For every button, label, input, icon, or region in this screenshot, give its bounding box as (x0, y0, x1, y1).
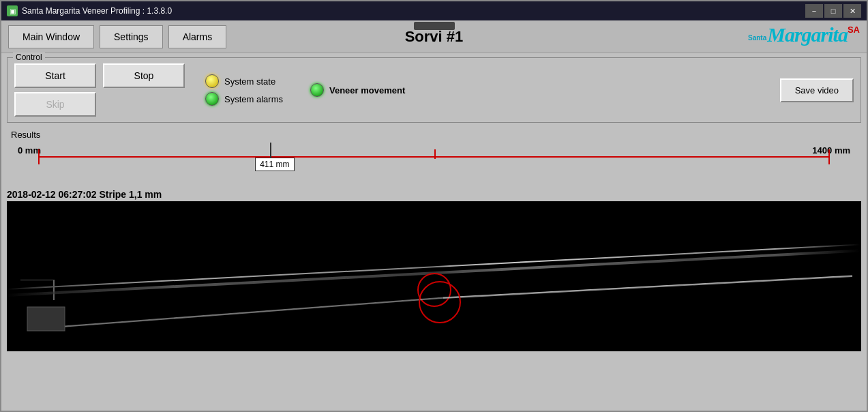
svg-line-1 (443, 276, 852, 298)
ruler-tick-mid (434, 149, 436, 159)
results-section: Results 0 mm 1400 mm 411 mm (7, 127, 861, 186)
stop-button[interactable]: Stop (103, 63, 185, 88)
menu-bar: Main Window Settings Alarms Sorvi #1 San… (1, 20, 867, 53)
status-group: System state System alarms (205, 74, 283, 106)
main-window-button[interactable]: Main Window (8, 25, 94, 48)
sorvi-title: Sorvi #1 (405, 28, 464, 46)
alarms-button[interactable]: Alarms (168, 25, 227, 48)
save-video-button[interactable]: Save video (780, 78, 854, 102)
svg-line-2 (55, 297, 443, 327)
image-info: 2018-02-12 06:27:02 Stripe 1,1 mm (7, 189, 861, 200)
settings-button[interactable]: Settings (100, 25, 163, 48)
system-state-label: System state (224, 76, 275, 87)
veneer-movement-item: Veneer movement (310, 83, 405, 97)
results-label: Results (11, 130, 857, 140)
system-alarms-item: System alarms (205, 92, 283, 106)
marker-line (270, 143, 271, 159)
svg-line-0 (55, 298, 443, 327)
svg-rect-4 (27, 307, 65, 331)
system-alarms-led (205, 92, 219, 106)
veneer-movement-led (310, 83, 324, 97)
minimize-button[interactable]: − (805, 4, 823, 18)
control-row: Start Skip Stop System state System alar… (14, 63, 854, 117)
system-state-item: System state (205, 74, 283, 88)
start-button[interactable]: Start (14, 63, 96, 88)
veneer-svg (7, 201, 861, 351)
ruler-right-label: 1400 mm (812, 145, 850, 156)
system-state-led (205, 74, 219, 88)
title-bar-text: Santa Margarita Veneer Profiling : 1.3.8… (22, 6, 805, 16)
ruler-left-label: 0 mm (18, 145, 41, 156)
control-section: Control Start Skip Stop System state Sys… (7, 57, 861, 123)
skip-button[interactable]: Skip (14, 92, 96, 117)
logo-main: Margarita (767, 23, 848, 46)
logo: Santa Margarita SA (748, 23, 860, 50)
veneer-movement-label: Veneer movement (329, 85, 405, 95)
svg-point-5 (419, 282, 460, 323)
maximize-button[interactable]: □ (824, 4, 842, 18)
control-section-label: Control (13, 53, 45, 62)
system-alarms-label: System alarms (224, 94, 283, 104)
ruler-tick-left (38, 149, 40, 164)
title-bar: ▣ Santa Margarita Veneer Profiling : 1.3… (1, 1, 867, 20)
logo-santa: Santa (748, 34, 766, 42)
camera-view (7, 201, 861, 351)
ruler-container: 0 mm 1400 mm 411 mm (18, 143, 850, 183)
app-icon: ▣ (7, 5, 18, 16)
svg-line-3 (443, 276, 852, 297)
logo-sa: SA (848, 25, 860, 35)
window-controls: − □ ✕ (805, 4, 861, 18)
close-button[interactable]: ✕ (843, 4, 861, 18)
ruler-tick-right (828, 149, 830, 164)
marker-label: 411 mm (255, 158, 294, 171)
